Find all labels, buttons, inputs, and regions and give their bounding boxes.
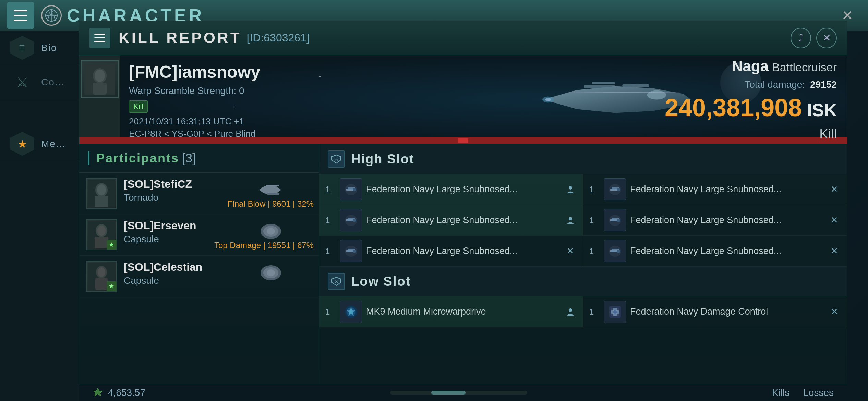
tornado-icon bbox=[257, 178, 285, 202]
content-area: Participants [3] bbox=[79, 144, 847, 401]
sidebar-item-bio[interactable]: ☰ Bio bbox=[0, 31, 79, 65]
kill-time: 2021/10/31 16:31:13 UTC +1 bbox=[129, 116, 708, 127]
top-damage-pct: 67% bbox=[297, 241, 314, 250]
ship-name-row: Naga Battlecruiser bbox=[732, 58, 837, 76]
fitted-icon bbox=[564, 183, 577, 196]
svg-point-77 bbox=[617, 250, 620, 253]
high-slot-header: ⚔ High Slot bbox=[319, 144, 847, 174]
equip-item[interactable]: 1 Federation Navy Large Snu bbox=[319, 174, 583, 205]
equip-name: MK9 Medium Microwarpdrive bbox=[366, 306, 564, 318]
equip-qty: 1 bbox=[325, 216, 336, 225]
hamburger-line bbox=[14, 20, 27, 21]
equip-icon bbox=[604, 209, 626, 231]
victim-info: [FMC]iamsnowy Warp Scramble Strength: 0 … bbox=[120, 55, 717, 144]
high-slot-icon: ⚔ bbox=[328, 150, 345, 168]
ship-stats: Naga Battlecruiser Total damage: 29152 2… bbox=[717, 55, 847, 144]
fitted-icon bbox=[564, 306, 577, 318]
sidebar-medals-label: Me... bbox=[41, 138, 66, 149]
svg-point-34 bbox=[97, 226, 106, 236]
participants-count: [3] bbox=[182, 151, 196, 166]
equip-item[interactable]: 1 bbox=[583, 296, 847, 327]
equip-name: Federation Navy Damage Control bbox=[630, 306, 828, 318]
participant-item[interactable]: ★ [SOL]Celestian Capsule bbox=[79, 256, 319, 297]
panel-menu-button[interactable] bbox=[89, 28, 110, 48]
high-slot-grid: 1 Federation Navy Large Snu bbox=[319, 174, 847, 267]
main-menu-button[interactable] bbox=[7, 2, 34, 29]
final-blow-label: Final Blow bbox=[228, 199, 266, 208]
bottom-stats: 4,653.57 Kills Losses bbox=[79, 387, 847, 398]
svg-point-13 bbox=[95, 70, 105, 82]
final-blow-stats: Final Blow | 9601 | 32% bbox=[228, 199, 314, 209]
top-damage-stats: Top Damage | 19551 | 67% bbox=[214, 241, 314, 250]
victim-avatar bbox=[81, 60, 119, 98]
remove-icon[interactable]: ✕ bbox=[564, 245, 577, 257]
damage-row: Total damage: 29152 bbox=[745, 79, 837, 92]
equip-item[interactable]: 1 Federation Navy Large Snu bbox=[583, 174, 847, 205]
bio-icon: ☰ bbox=[10, 36, 34, 60]
scrollbar-track[interactable] bbox=[390, 391, 527, 395]
participant-avatar-img bbox=[87, 179, 116, 208]
svg-point-62 bbox=[569, 217, 572, 220]
panel-close-button[interactable]: ✕ bbox=[816, 28, 837, 48]
export-button[interactable]: ⤴ bbox=[791, 28, 811, 48]
equip-name: Federation Navy Large Snubnosed... bbox=[630, 245, 828, 257]
equip-name: Federation Navy Large Snubnosed... bbox=[366, 214, 564, 226]
svg-text:⚔: ⚔ bbox=[334, 279, 339, 284]
equip-icon bbox=[340, 209, 362, 231]
participant-stats: Top Damage | 19551 | 67% bbox=[214, 241, 314, 250]
svg-rect-40 bbox=[95, 278, 108, 290]
panel-title: KILL REPORT bbox=[119, 29, 242, 47]
equip-item[interactable]: 1 Federation Navy Large Snu bbox=[583, 236, 847, 267]
menu-line bbox=[94, 34, 105, 35]
sidebar-item-combat[interactable]: ⚔ Co... bbox=[0, 65, 79, 99]
ship-class: Battlecruiser bbox=[772, 61, 837, 74]
svg-point-41 bbox=[98, 267, 105, 277]
participant-item[interactable]: [SOL]StefiCZ Tornado Final Blow bbox=[79, 173, 319, 214]
equip-item[interactable]: 1 Federation Navy Large Snu bbox=[319, 205, 583, 236]
final-blow-pct: 32% bbox=[297, 199, 314, 208]
svg-point-27 bbox=[97, 184, 106, 195]
kill-type-label: Kill bbox=[819, 127, 837, 142]
equip-qty: 1 bbox=[589, 307, 600, 317]
separator: | bbox=[268, 199, 272, 208]
person-fitted-icon bbox=[566, 216, 575, 225]
low-slot-header: ⚔ Low Slot bbox=[319, 267, 847, 296]
equip-icon bbox=[340, 240, 362, 262]
scrollbar-area[interactable] bbox=[166, 391, 751, 395]
kill-location: EC-P8R < YS-G0P < Pure Blind bbox=[129, 129, 708, 139]
equip-name: Federation Navy Large Snubnosed... bbox=[630, 214, 828, 226]
steficz-avatar bbox=[88, 180, 115, 207]
person-fitted-icon bbox=[566, 307, 575, 317]
svg-rect-30 bbox=[267, 193, 279, 195]
high-slot-section: ⚔ High Slot 1 bbox=[319, 144, 847, 267]
remove-icon[interactable]: ✕ bbox=[828, 183, 841, 196]
equip-qty: 1 bbox=[589, 246, 600, 256]
fed-navy-gun-icon bbox=[606, 212, 624, 229]
svg-point-56 bbox=[617, 188, 620, 191]
nav-logo bbox=[41, 5, 62, 26]
ship-name: Naga bbox=[732, 58, 769, 75]
star-badge: ★ bbox=[107, 240, 116, 250]
remove-icon[interactable]: ✕ bbox=[828, 306, 841, 318]
equip-item[interactable]: 1 Federation Navy Large Snu bbox=[319, 236, 583, 267]
kills-losses: Kills Losses bbox=[772, 387, 834, 398]
participant-item[interactable]: ★ [SOL]Erseven Capsule bbox=[79, 214, 319, 256]
equip-item[interactable]: 1 MK9 Medium Microwarpdrive bbox=[319, 296, 583, 327]
remove-icon[interactable]: ✕ bbox=[828, 245, 841, 257]
sidebar-item-medals[interactable]: ★ Me... bbox=[0, 127, 79, 161]
fed-navy-gun-icon bbox=[342, 243, 360, 260]
isk-value: 240,381,908 bbox=[665, 95, 802, 120]
participants-header: Participants [3] bbox=[79, 144, 319, 173]
participants-panel: Participants [3] bbox=[79, 144, 319, 401]
svg-point-50 bbox=[353, 188, 356, 191]
svg-marker-90 bbox=[93, 388, 102, 396]
equip-item[interactable]: 1 Federation Navy Large Snu bbox=[583, 205, 847, 236]
damage-control-icon bbox=[606, 303, 624, 320]
separator2: | bbox=[293, 241, 297, 250]
scrollbar-thumb[interactable] bbox=[431, 391, 466, 395]
equip-name: Federation Navy Large Snubnosed... bbox=[366, 245, 564, 257]
equip-qty: 1 bbox=[325, 307, 336, 317]
participant-stats: Final Blow | 9601 | 32% bbox=[228, 199, 314, 209]
participant-ship-icon bbox=[257, 219, 285, 243]
remove-icon[interactable]: ✕ bbox=[828, 214, 841, 227]
